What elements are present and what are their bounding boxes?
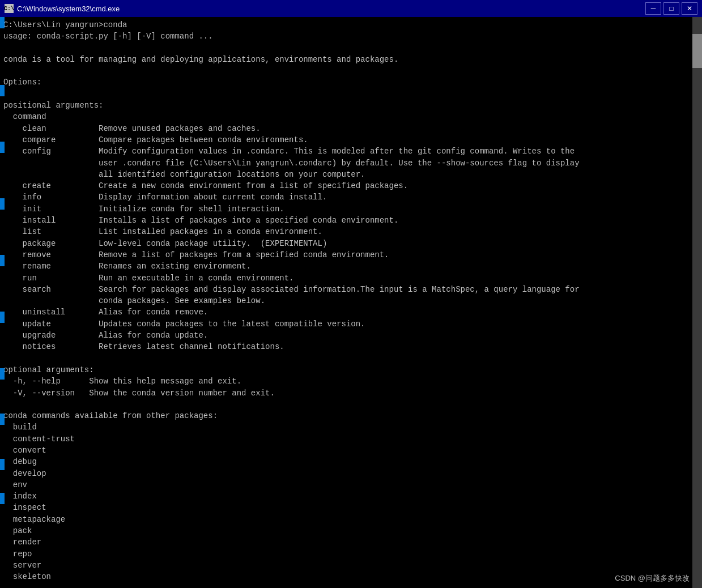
terminal-line: [3, 42, 690, 54]
terminal-line: inspect: [3, 502, 690, 513]
terminal-line: [3, 399, 690, 410]
terminal-line: rename Renames an existing environment.: [3, 261, 690, 272]
terminal-line: info Display information about current c…: [3, 191, 690, 203]
terminal-line: conda packages. See examples below.: [3, 295, 690, 306]
terminal-line: [3, 353, 690, 364]
terminal-line: user .condarc file (C:\Users\Lin yangrun…: [3, 157, 690, 169]
terminal-line: debug: [3, 456, 690, 467]
terminal-line: update Updates conda packages to the lat…: [3, 318, 690, 330]
ind-10: [0, 493, 5, 504]
minimize-button[interactable]: ─: [645, 2, 661, 15]
terminal-line: install Installs a list of packages into…: [3, 215, 690, 226]
ind-5: [0, 255, 5, 266]
terminal-line: build: [3, 421, 690, 433]
terminal-line: package Low-level conda package utility.…: [3, 238, 690, 249]
terminal-line: init Initialize conda for shell interact…: [3, 203, 690, 215]
terminal-line: develop: [3, 468, 690, 479]
terminal-line: conda commands available from other pack…: [3, 410, 690, 421]
terminal-line: repo: [3, 548, 690, 560]
terminal-lines: C:\Users\Lin yangrun>condausage: conda-s…: [3, 19, 690, 583]
terminal-line: notices Retrieves latest channel notific…: [3, 341, 690, 352]
terminal-line: server: [3, 560, 690, 571]
terminal-line: usage: conda-script.py [-h] [-V] command…: [3, 31, 690, 42]
terminal-line: all identified configuration locations o…: [3, 169, 690, 180]
terminal-line: run Run an executable in a conda environ…: [3, 272, 690, 284]
maximize-button[interactable]: □: [663, 2, 679, 15]
terminal-line: conda is a tool for managing and deployi…: [3, 54, 690, 65]
window-title: C:\Windows\system32\cmd.exe: [17, 5, 120, 13]
terminal-line: render: [3, 536, 690, 548]
close-button[interactable]: ✕: [682, 2, 697, 15]
ind-7: [0, 368, 5, 380]
terminal-line: [3, 88, 690, 100]
ind-1: [0, 17, 5, 28]
terminal-line: pack: [3, 525, 690, 536]
terminal-line: C:\Users\Lin yangrun>conda: [3, 19, 690, 31]
watermark: CSDN @问题多多快改: [615, 573, 690, 583]
left-indicators: [0, 17, 5, 505]
terminal-line: metapackage: [3, 514, 690, 525]
terminal-line: config Modify configuration values in .c…: [3, 146, 690, 157]
scrollbar-thumb[interactable]: [692, 34, 702, 68]
terminal-line: env: [3, 479, 690, 491]
terminal-line: -V, --version Show the conda version num…: [3, 387, 690, 399]
terminal-line: uninstall Alias for conda remove.: [3, 306, 690, 318]
title-bar: C:\ C:\Windows\system32\cmd.exe ─ □ ✕: [0, 0, 702, 17]
ind-3: [0, 142, 5, 153]
title-bar-controls: ─ □ ✕: [645, 2, 697, 15]
cmd-window: C:\ C:\Windows\system32\cmd.exe ─ □ ✕ C:…: [0, 0, 702, 588]
terminal-line: convert: [3, 445, 690, 456]
ind-2: [0, 85, 5, 96]
terminal-line: list List installed packages in a conda …: [3, 226, 690, 237]
terminal-line: upgrade Alias for conda update.: [3, 330, 690, 341]
ind-6: [0, 312, 5, 323]
terminal-line: Options:: [3, 76, 690, 88]
terminal-line: positional arguments:: [3, 100, 690, 111]
terminal-line: skeleton: [3, 571, 690, 582]
terminal-line: remove Remove a list of packages from a …: [3, 249, 690, 261]
terminal-content[interactable]: C:\Users\Lin yangrun>condausage: conda-s…: [0, 17, 702, 588]
terminal-line: command: [3, 111, 690, 122]
ind-9: [0, 459, 5, 470]
terminal-line: -h, --help Show this help message and ex…: [3, 376, 690, 387]
ind-4: [0, 198, 5, 210]
terminal-line: content-trust: [3, 433, 690, 445]
title-bar-left: C:\ C:\Windows\system32\cmd.exe: [5, 4, 120, 13]
scrollbar-track[interactable]: [692, 17, 702, 588]
terminal-line: clean Remove unused packages and caches.: [3, 123, 690, 134]
terminal-line: search Search for packages and display a…: [3, 284, 690, 295]
terminal-line: compare Compare packages between conda e…: [3, 134, 690, 146]
terminal-line: [3, 65, 690, 76]
ind-8: [0, 414, 5, 425]
terminal-line: index: [3, 491, 690, 502]
terminal-line: create Create a new conda environment fr…: [3, 180, 690, 191]
cmd-icon: C:\: [5, 4, 14, 13]
terminal-line: optional arguments:: [3, 364, 690, 376]
